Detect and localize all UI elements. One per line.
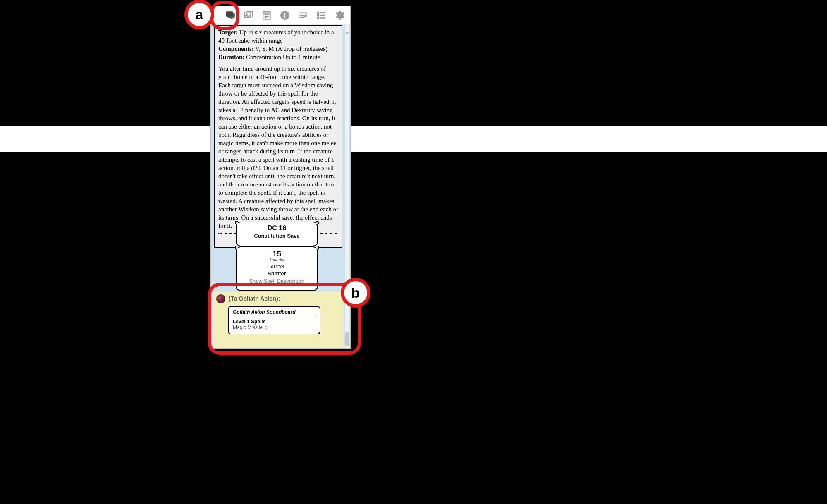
spell-range: 60 feet <box>237 264 317 270</box>
annotation-a-label: a <box>196 7 203 23</box>
compendium-icon[interactable] <box>279 10 291 21</box>
annotation-b-bubble: b <box>341 278 370 308</box>
spell-name: Shatter <box>237 270 317 277</box>
art-library-icon[interactable] <box>243 10 254 21</box>
collections-icon[interactable] <box>316 10 327 21</box>
journal-icon[interactable] <box>261 10 272 21</box>
annotation-a-bubble: a <box>184 0 214 29</box>
annotation-a-box <box>210 1 239 30</box>
annotation-b-box <box>208 283 361 355</box>
spell-components-label: Components: <box>218 45 254 52</box>
annotation-b-label: b <box>351 285 360 301</box>
spell-body: You alter time around up to six creature… <box>218 64 338 230</box>
spell-duration-text: Concentration Up to 1 minute <box>246 54 320 60</box>
spell-target-line: Target: Up to six creatures of your choi… <box>218 28 338 45</box>
spell-description-card: Target: Up to six creatures of your choi… <box>214 25 342 248</box>
svg-point-6 <box>318 12 319 13</box>
svg-rect-5 <box>284 17 285 18</box>
svg-point-8 <box>318 17 319 18</box>
svg-point-7 <box>318 14 319 16</box>
settings-icon[interactable] <box>334 10 345 21</box>
damage-type: Thunder <box>237 258 317 262</box>
save-type: Constitution Save <box>237 233 317 239</box>
spell-components-line: Components: V, S, M (A drop of molasses) <box>218 45 338 53</box>
damage-value: 15 <box>237 249 317 258</box>
scrollbar-thumb-top[interactable] <box>345 32 349 34</box>
background-stripe <box>0 126 827 152</box>
svg-rect-4 <box>284 13 285 17</box>
save-dc-card[interactable]: DC 16 Constitution Save <box>236 222 318 246</box>
spell-duration-label: Duration: <box>218 54 244 60</box>
spell-components-text: V, S, M (A drop of molasses) <box>255 45 327 52</box>
jukebox-icon[interactable] <box>297 10 309 21</box>
dc-header: DC 16 <box>237 225 317 232</box>
spell-duration-line: Duration: Concentration Up to 1 minute <box>218 53 338 61</box>
